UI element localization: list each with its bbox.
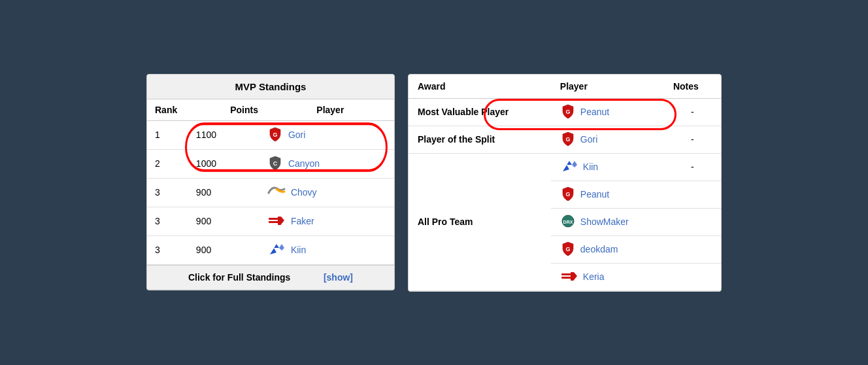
footer-table: Click for Full Standings [show]	[147, 265, 394, 290]
notes-apt-0: -	[664, 153, 721, 181]
player-name[interactable]: Keria	[583, 271, 605, 282]
svg-rect-18	[571, 272, 574, 281]
award-pots: Player of the Split	[409, 126, 551, 153]
footer-cell: Click for Full Standings [show]	[147, 265, 394, 289]
points-cell: 1100	[188, 121, 259, 150]
rank-cell: 3	[147, 178, 188, 207]
right-col-player: Player	[551, 75, 664, 99]
award-mvp: Most Valuable Player	[409, 98, 551, 126]
player-name[interactable]: ShowMaker	[580, 217, 629, 227]
notes-apt-2	[664, 208, 721, 235]
points-cell: 900	[188, 178, 259, 207]
rank-cell: 1	[147, 121, 188, 150]
notes-apt-1	[664, 181, 721, 208]
player-name[interactable]: Faker	[291, 216, 314, 226]
team-icon	[560, 268, 578, 286]
points-cell: 900	[188, 235, 259, 264]
awards-rows: Award Player Notes Most Valuable Player …	[409, 75, 721, 291]
rank-cell: 2	[147, 149, 188, 178]
player-name[interactable]: Peanut	[580, 107, 609, 117]
svg-marker-5	[281, 217, 284, 224]
svg-text:DRX: DRX	[563, 220, 573, 224]
player-apt-2: DRX ShowMaker	[551, 208, 664, 235]
player-apt-1: G Peanut	[551, 181, 664, 208]
svg-marker-11	[572, 161, 577, 167]
footer-text: Click for Full Standings	[188, 272, 290, 283]
footer-row: Click for Full Standings [show]	[147, 265, 394, 289]
table-title-row: MVP Standings	[147, 75, 394, 99]
notes-pots: -	[664, 126, 721, 153]
col-points: Points	[222, 99, 309, 120]
svg-text:G: G	[565, 109, 570, 115]
mvp-row: Most Valuable Player G Peanut -	[409, 98, 721, 126]
table-row: 3 900 Faker	[147, 207, 394, 235]
player-name[interactable]: Peanut	[580, 189, 609, 200]
svg-text:G: G	[565, 136, 570, 143]
player-name[interactable]: Gori	[580, 134, 597, 145]
right-header-row: Award Player Notes	[409, 75, 721, 99]
player-apt-3: G deokdam	[551, 235, 664, 263]
apt-row: All Pro Team Kiin -	[409, 153, 721, 181]
mvp-standings-table: MVP Standings Rank Points Player 1 1100 …	[146, 74, 395, 290]
team-icon	[267, 241, 286, 259]
team-icon	[267, 184, 286, 201]
table-row: 3 900 Chovy	[147, 178, 394, 207]
team-icon: C	[267, 155, 283, 173]
player-mvp: G Peanut	[551, 98, 664, 126]
svg-marker-19	[574, 272, 577, 280]
player-pots: G Gori	[551, 126, 664, 153]
table-row: 3 900 Kiin	[147, 235, 394, 264]
notes-mvp: -	[664, 98, 721, 126]
player-name[interactable]: Kiin	[291, 245, 306, 255]
points-cell: 900	[188, 207, 259, 235]
col-rank: Rank	[147, 99, 222, 120]
svg-text:G: G	[565, 246, 570, 252]
awards-table: Award Player Notes Most Valuable Player …	[408, 74, 722, 292]
team-icon	[560, 158, 578, 176]
pots-row: Player of the Split G Gori -	[409, 126, 721, 153]
player-cell: Faker	[259, 207, 394, 235]
svg-text:C: C	[273, 160, 278, 167]
player-name[interactable]: deokdam	[580, 244, 618, 254]
player-apt-0: Kiin	[551, 153, 664, 181]
svg-marker-6	[270, 244, 279, 254]
right-col-notes: Notes	[664, 75, 721, 99]
player-name[interactable]: Chovy	[291, 187, 317, 198]
table-row: 2 1000 C Canyon	[147, 149, 394, 178]
team-icon: DRX	[560, 213, 576, 231]
show-link[interactable]: [show]	[324, 272, 353, 283]
svg-rect-4	[278, 217, 281, 225]
table-row: 1 1100 G Gori	[147, 121, 394, 150]
player-cell: Kiin	[259, 235, 394, 264]
points-cell: 1000	[188, 149, 259, 178]
team-icon	[267, 213, 286, 230]
player-cell: Chovy	[259, 178, 394, 207]
team-icon: G	[560, 131, 576, 148]
team-icon: G	[560, 241, 576, 258]
svg-text:G: G	[565, 191, 570, 198]
player-apt-4: Keria	[551, 263, 664, 290]
rank-cell: 3	[147, 207, 188, 235]
player-cell: C Canyon	[259, 149, 394, 178]
player-name[interactable]: Gori	[288, 130, 305, 140]
player-name[interactable]: Canyon	[288, 158, 320, 169]
notes-apt-4	[664, 263, 721, 290]
player-cell: G Gori	[259, 121, 394, 150]
team-icon: G	[267, 126, 283, 144]
svg-text:G: G	[273, 131, 277, 138]
notes-apt-3	[664, 235, 721, 263]
table-header-row: Rank Points Player	[147, 99, 394, 120]
rank-cell: 3	[147, 235, 188, 264]
team-icon: G	[560, 103, 576, 121]
svg-marker-10	[563, 161, 572, 171]
standings-rows: 1 1100 G Gori 2 1000 C Canyon 3 900	[147, 121, 394, 265]
svg-marker-7	[279, 244, 284, 251]
team-icon: G	[560, 186, 576, 203]
award-apt: All Pro Team	[409, 153, 551, 290]
col-player: Player	[309, 99, 394, 120]
table-title: MVP Standings	[147, 75, 394, 99]
right-col-award: Award	[409, 75, 551, 99]
player-name[interactable]: Kiin	[583, 162, 598, 172]
